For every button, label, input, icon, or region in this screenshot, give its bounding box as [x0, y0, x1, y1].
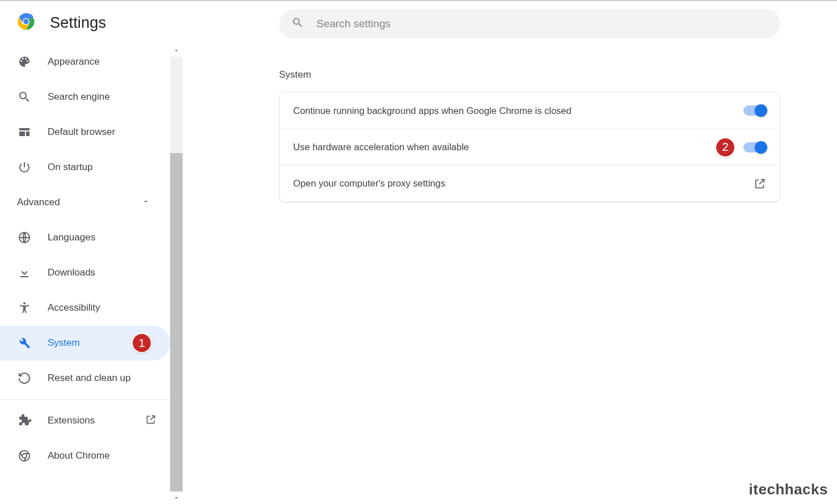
row-label: Continue running background apps when Go… — [293, 105, 743, 116]
svg-point-2 — [23, 19, 28, 24]
search-icon — [17, 90, 32, 104]
restore-icon — [17, 371, 32, 386]
sidebar-item-extensions[interactable]: Extensions — [0, 403, 170, 438]
scroll-up-icon[interactable] — [170, 44, 183, 57]
sidebar-item-appearance[interactable]: Appearance — [0, 44, 170, 79]
watermark: itechhacks — [749, 481, 828, 498]
settings-card: Continue running background apps when Go… — [279, 92, 780, 202]
annotation-badge-1: 1 — [132, 333, 152, 353]
external-link-icon — [754, 177, 766, 190]
search-bar[interactable] — [279, 9, 780, 39]
browser-icon — [17, 125, 32, 139]
svg-point-4 — [23, 302, 26, 304]
sidebar-scroll: Appearance Search engine Default browser — [0, 44, 183, 504]
sidebar-item-search-engine[interactable]: Search engine — [0, 79, 170, 115]
row-proxy[interactable]: Open your computer's proxy settings — [280, 165, 780, 201]
sidebar-header: Settings — [0, 1, 183, 44]
accessibility-icon — [17, 300, 32, 315]
sidebar-section-advanced[interactable]: Advanced — [0, 185, 170, 220]
annotation-badge-2: 2 — [715, 137, 735, 158]
palette-icon — [17, 54, 32, 69]
row-hw-accel[interactable]: Use hardware acceleration when available… — [280, 129, 780, 165]
sidebar-scrollbar[interactable] — [170, 44, 183, 504]
page-title: Settings — [50, 14, 106, 32]
toggle-bg-apps[interactable] — [743, 105, 766, 116]
toggle-hw-accel[interactable] — [743, 142, 766, 153]
row-label: Open your computer's proxy settings — [293, 178, 754, 189]
puzzle-icon — [17, 413, 32, 428]
sidebar-divider — [0, 399, 170, 400]
sidebar-item-system[interactable]: System 1 — [0, 325, 170, 361]
globe-icon — [17, 230, 32, 245]
sidebar-item-label: Default browser — [48, 126, 115, 138]
search-input[interactable] — [316, 18, 777, 30]
download-icon — [17, 265, 32, 280]
scrollbar-thumb[interactable] — [170, 153, 183, 492]
sidebar-item-languages[interactable]: Languages — [0, 220, 170, 255]
scroll-down-icon[interactable] — [170, 492, 183, 504]
toggle-knob — [755, 104, 767, 117]
nav-list: Appearance Search engine Default browser — [0, 44, 170, 473]
sidebar-item-label: About Chrome — [48, 450, 110, 461]
chrome-logo-icon — [17, 12, 35, 33]
main-content: System Continue running background apps … — [183, 1, 837, 504]
sidebar-item-label: Languages — [48, 232, 95, 243]
sidebar-item-downloads[interactable]: Downloads — [0, 255, 170, 290]
row-bg-apps[interactable]: Continue running background apps when Go… — [280, 92, 780, 129]
toggle-knob — [755, 141, 767, 154]
search-icon — [291, 16, 304, 31]
row-label: Use hardware acceleration when available — [293, 142, 715, 153]
sidebar-item-about[interactable]: About Chrome — [0, 438, 170, 473]
power-icon — [17, 160, 32, 175]
chrome-outline-icon — [17, 448, 32, 463]
sidebar-section-label: Advanced — [17, 197, 60, 208]
chevron-up-icon — [142, 197, 150, 208]
sidebar-item-label: Accessibility — [48, 302, 100, 314]
wrench-icon — [17, 336, 32, 350]
sidebar-item-default-browser[interactable]: Default browser — [0, 115, 170, 150]
sidebar-item-label: System — [48, 337, 80, 349]
scrollbar-track[interactable] — [170, 57, 183, 492]
external-link-icon — [145, 414, 157, 428]
sidebar-item-accessibility[interactable]: Accessibility — [0, 290, 170, 325]
sidebar: Settings Appearance Search engine — [0, 1, 183, 504]
sidebar-item-label: Downloads — [48, 267, 95, 278]
sidebar-item-label: On startup — [48, 162, 92, 173]
sidebar-item-label: Appearance — [48, 56, 100, 67]
sidebar-item-label: Search engine — [48, 91, 110, 103]
sidebar-item-on-startup[interactable]: On startup — [0, 150, 170, 185]
sidebar-item-reset[interactable]: Reset and clean up — [0, 361, 170, 396]
sidebar-item-label: Reset and clean up — [48, 372, 131, 384]
sidebar-item-label: Extensions — [48, 415, 95, 426]
section-title: System — [279, 69, 787, 81]
chrome-logo-svg — [17, 12, 35, 31]
